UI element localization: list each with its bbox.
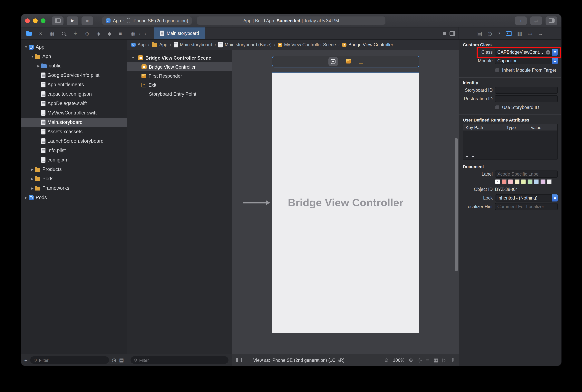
module-field[interactable]: Capacitor bbox=[495, 57, 558, 64]
module-dropdown-icon[interactable] bbox=[552, 57, 558, 64]
file-row-launchscreen-storyboard[interactable]: LaunchScreen.storyboard bbox=[21, 136, 127, 146]
file-row-app[interactable]: ▼App bbox=[21, 42, 127, 52]
outline-item-storyboard-entry-point[interactable]: →Storyboard Entry Point bbox=[127, 90, 232, 98]
disclosure-icon[interactable]: ▶ bbox=[30, 186, 35, 190]
file-row-app[interactable]: ▼App bbox=[21, 52, 127, 61]
update-frames-button[interactable]: ⇩ bbox=[451, 358, 455, 362]
run-button[interactable]: ▶ bbox=[67, 16, 78, 25]
file-row-config-xml[interactable]: config.xml bbox=[21, 155, 127, 165]
disclosure-icon[interactable]: ▼ bbox=[23, 45, 28, 49]
use-storyboard-id-checkbox[interactable] bbox=[495, 105, 500, 110]
file-row-googleservice-info-plist[interactable]: GoogleService-Info.plist bbox=[21, 70, 127, 80]
disclosure-icon[interactable]: ▶ bbox=[23, 196, 28, 199]
outline-scene-row[interactable]: ▼Bridge View Controller Scene bbox=[127, 53, 232, 62]
breadcrumb-item[interactable]: Main.storyboard bbox=[174, 42, 212, 48]
focus-button[interactable]: ◎ bbox=[417, 358, 422, 362]
inspector-tab-quick-help[interactable]: ? bbox=[498, 31, 500, 36]
color-swatch[interactable] bbox=[534, 179, 539, 184]
resolve-button[interactable]: ▷ bbox=[443, 358, 446, 362]
navigator-tab-source-control[interactable]: × bbox=[39, 31, 42, 36]
canvas-scrollbar[interactable] bbox=[455, 138, 458, 271]
navigator-tab-tests[interactable]: ◇ bbox=[85, 31, 89, 36]
inspector-tab-file[interactable]: ▤ bbox=[477, 31, 482, 36]
file-row-info-plist[interactable]: Info.plist bbox=[21, 146, 127, 155]
disclosure-icon[interactable]: ▼ bbox=[130, 56, 136, 60]
file-row-appdelegate-swift[interactable]: AppDelegate.swift bbox=[21, 99, 127, 108]
breadcrumb-item[interactable]: Bridge View Controller bbox=[342, 42, 393, 47]
storyboard-entry-point-arrow[interactable] bbox=[243, 202, 269, 203]
outline-item-exit[interactable]: Exit bbox=[127, 80, 232, 90]
close-window-button[interactable] bbox=[25, 18, 30, 23]
file-row-myviewcontroller-swift[interactable]: MyViewController.swift bbox=[21, 108, 127, 118]
tab-main-storyboard[interactable]: Main.storyboard bbox=[154, 28, 205, 39]
forward-icon[interactable]: › bbox=[144, 30, 146, 36]
breadcrumb-item[interactable]: Main.storyboard (Base) bbox=[218, 42, 272, 48]
outline-item-bridge-view-controller[interactable]: Bridge View Controller bbox=[127, 62, 232, 71]
inherit-module-checkbox[interactable] bbox=[495, 68, 500, 72]
color-swatch[interactable] bbox=[521, 179, 526, 184]
localizer-hint-field[interactable]: Comment For Localizer bbox=[495, 203, 558, 210]
disclosure-icon[interactable]: ▼ bbox=[30, 55, 35, 58]
outline-item-first-responder[interactable]: First Responder bbox=[127, 71, 232, 80]
zoom-window-button[interactable] bbox=[41, 18, 45, 23]
tab-overview-icon[interactable]: ▦ bbox=[130, 31, 135, 36]
view-as-label[interactable]: View as: iPhone SE (2nd generation) (wC … bbox=[253, 358, 345, 362]
inspector-tab-size[interactable]: ▭ bbox=[528, 31, 533, 36]
exit-button[interactable] bbox=[358, 58, 363, 65]
file-row-pods[interactable]: ▶Pods bbox=[21, 174, 127, 184]
editor-list-icon[interactable]: ≡ bbox=[443, 30, 446, 36]
document-label-field[interactable]: Xcode Specific Label bbox=[495, 170, 558, 178]
class-dropdown-icon[interactable] bbox=[552, 48, 558, 56]
navigator-tab-debug[interactable]: ◈ bbox=[96, 31, 100, 36]
breadcrumb-item[interactable]: App bbox=[131, 42, 146, 47]
file-row-main-storyboard[interactable]: Main.storyboard bbox=[21, 118, 127, 127]
inspector-tab-identity[interactable] bbox=[506, 31, 512, 36]
breadcrumb-item[interactable]: My View Controller Scene bbox=[278, 42, 336, 47]
view-controller-view[interactable]: Bridge View Controller bbox=[272, 72, 419, 333]
back-icon[interactable]: ‹ bbox=[139, 30, 141, 36]
file-row-products[interactable]: ▶Products bbox=[21, 165, 127, 174]
view-controller-header-bar[interactable] bbox=[272, 56, 419, 68]
lock-dropdown[interactable]: Inherited - (Nothing) bbox=[495, 194, 558, 202]
zoom-in-icon[interactable]: ⊕ bbox=[409, 358, 413, 362]
remove-attribute-button[interactable]: − bbox=[472, 154, 474, 159]
navigator-tab-symbols[interactable]: ▦ bbox=[49, 31, 54, 36]
disclosure-icon[interactable]: ▶ bbox=[30, 177, 35, 180]
color-swatch[interactable] bbox=[502, 179, 507, 184]
jump-to-class-icon[interactable]: → bbox=[546, 50, 550, 54]
file-row-app-entitlements[interactable]: App.entitlements bbox=[21, 80, 127, 90]
inspector-tab-attributes[interactable]: ▥ bbox=[517, 31, 522, 36]
disclosure-icon[interactable]: ▶ bbox=[36, 64, 41, 68]
no-color-swatch[interactable]: × bbox=[495, 179, 500, 184]
restoration-id-field[interactable] bbox=[495, 95, 558, 102]
zoom-level[interactable]: 100% bbox=[393, 358, 405, 362]
lock-dropdown-icon[interactable] bbox=[552, 194, 558, 202]
navigator-tab-breakpoints[interactable]: ◆ bbox=[108, 31, 111, 36]
toggle-outline-icon[interactable] bbox=[236, 358, 242, 362]
file-row-public[interactable]: ▶public bbox=[21, 61, 127, 70]
color-swatch[interactable] bbox=[527, 179, 533, 184]
class-field[interactable]: CAPBridgeViewControl… → bbox=[495, 48, 558, 56]
library-add-button[interactable]: + bbox=[515, 16, 527, 25]
inspector-tab-history[interactable]: ◷ bbox=[488, 31, 492, 36]
file-row-capacitor-config-json[interactable]: capacitor.config.json bbox=[21, 90, 127, 99]
recent-files-icon[interactable]: ◷ bbox=[112, 358, 116, 362]
disclosure-icon[interactable]: ▶ bbox=[30, 168, 35, 171]
file-row-pods[interactable]: ▶Pods bbox=[21, 193, 127, 202]
stop-button[interactable]: ■ bbox=[81, 16, 93, 25]
breadcrumb-item[interactable]: App bbox=[152, 42, 167, 47]
toggle-inspector-button[interactable] bbox=[546, 16, 557, 25]
file-row-assets-xcassets[interactable]: Assets.xcassets bbox=[21, 127, 127, 136]
minimize-window-button[interactable] bbox=[33, 18, 38, 23]
color-swatch[interactable] bbox=[540, 179, 545, 184]
first-responder-button[interactable] bbox=[346, 58, 351, 65]
color-swatch[interactable] bbox=[508, 179, 513, 184]
toggle-navigator-button[interactable] bbox=[52, 16, 63, 25]
navigator-tab-project[interactable] bbox=[26, 31, 32, 36]
storyboard-id-field[interactable] bbox=[495, 87, 558, 94]
align-button[interactable]: ≡ bbox=[426, 358, 429, 362]
pin-button[interactable]: ▦ bbox=[434, 358, 438, 362]
navigator-tab-issues[interactable]: ⚠ bbox=[73, 31, 78, 36]
outline-filter-input[interactable]: ⊙ Filter bbox=[130, 356, 228, 364]
navigator-tab-reports[interactable]: ≡ bbox=[119, 31, 122, 36]
